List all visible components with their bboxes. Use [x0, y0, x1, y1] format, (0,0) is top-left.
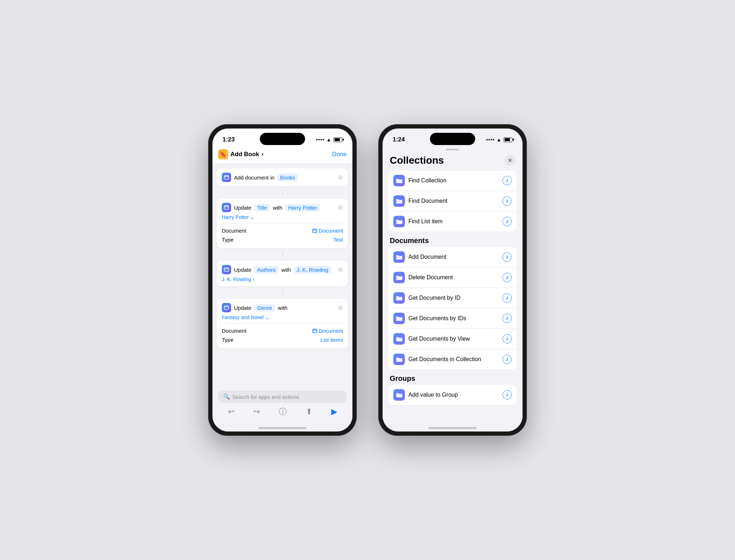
add-value-to-group-info[interactable]: i — [502, 390, 512, 400]
list-item-get-documents-by-view[interactable]: Get Documents by View i — [388, 329, 517, 349]
update-authors-close[interactable]: ⊗ — [338, 266, 343, 274]
status-icons-2: ▲ — [486, 137, 512, 143]
action-icon-update3 — [222, 303, 231, 312]
action-update-authors[interactable]: Update Authors with J. K. Rowling ⊗ J. K… — [217, 261, 348, 286]
sheet-header: Collections ✕ — [383, 152, 523, 171]
dynamic-island-2 — [430, 133, 475, 145]
home-indicator-2 — [383, 424, 523, 431]
undo-button[interactable]: ↩ — [228, 407, 234, 416]
get-docs-by-view-icon — [393, 333, 405, 345]
update-genre-close[interactable]: ⊗ — [338, 304, 343, 312]
battery-icon — [333, 137, 342, 142]
svg-rect-5 — [313, 329, 317, 333]
update-authors-verb: Update — [234, 267, 251, 273]
list-item-add-document[interactable]: Add Document i — [388, 247, 517, 267]
list-item-get-document-by-id[interactable]: Get Document by ID i — [388, 288, 517, 308]
list-item-delete-document[interactable]: Delete Document i — [388, 267, 517, 288]
phone-2: 1:24 ▲ Collections ✕ — [378, 124, 527, 436]
get-docs-by-view-info[interactable]: i — [502, 334, 512, 344]
update-authors-value[interactable]: J. K. Rowling — [294, 266, 331, 274]
find-list-item-label: Find List item — [408, 218, 443, 225]
update-authors-field[interactable]: Authors — [254, 266, 278, 274]
update-title-close[interactable]: ⊗ — [338, 204, 343, 211]
nav-title: 🔖 Add Book ▾ — [218, 149, 264, 159]
add-value-to-group-label: Add value to Group — [408, 392, 458, 398]
field-label-document-2: Document — [222, 328, 246, 334]
list-item-find-collection[interactable]: Find Collection i — [388, 171, 517, 191]
list-item-find-list-item[interactable]: Find List item i — [388, 211, 517, 232]
signal-dots-2 — [486, 139, 494, 140]
nav-chevron-icon[interactable]: ▾ — [261, 151, 264, 157]
info-button[interactable]: ⓘ — [279, 406, 287, 417]
status-time-2: 1:24 — [393, 136, 405, 143]
chevron-right-icon-1[interactable]: › — [253, 276, 254, 282]
action-icon-add — [222, 173, 231, 182]
sheet-close-button[interactable]: ✕ — [505, 155, 515, 166]
add-doc-verb: Add document in — [234, 174, 275, 181]
svg-rect-4 — [224, 306, 229, 309]
get-doc-by-id-icon — [393, 292, 405, 304]
phone-1: 1:23 ▲ 🔖 Add Book ▾ Done — [208, 124, 357, 436]
app-icon: 🔖 — [218, 149, 228, 159]
status-time-1: 1:23 — [223, 136, 235, 143]
field-value-type-2[interactable]: List items — [320, 337, 343, 343]
get-docs-by-ids-info[interactable]: i — [502, 314, 512, 323]
field-value-type-1[interactable]: Text — [333, 237, 343, 243]
update-genre-with: with — [278, 305, 287, 311]
redo-button[interactable]: ↪ — [253, 407, 260, 416]
field-value-document-2[interactable]: Document — [312, 328, 343, 334]
home-indicator-1 — [212, 424, 352, 431]
phone2-content: Collections ✕ Fin — [383, 146, 523, 431]
chevron-down-icon-2[interactable]: ⌄ — [265, 314, 270, 320]
delete-document-info[interactable]: i — [502, 273, 512, 282]
action-update-genre[interactable]: Update Genre with ⊗ Fantasy and Novel ⌄ … — [217, 299, 348, 349]
find-list-item-info[interactable]: i — [502, 217, 512, 226]
update-title-with: with — [273, 205, 282, 211]
get-docs-in-col-info[interactable]: i — [502, 355, 512, 364]
list-item-find-document[interactable]: Find Document i — [388, 191, 517, 211]
separator-1 — [217, 189, 348, 196]
get-doc-by-id-info[interactable]: i — [502, 293, 512, 303]
battery-icon-2 — [504, 137, 512, 142]
actions-list: Add document in Books ⊗ — [212, 164, 352, 388]
list-item-add-value-to-group[interactable]: Add value to Group i — [388, 385, 517, 405]
wifi-icon-2: ▲ — [496, 137, 501, 143]
separator-2 — [217, 251, 348, 258]
status-icons-1: ▲ — [316, 137, 342, 143]
update-title-field[interactable]: Title — [254, 204, 270, 211]
collections-list: Find Collection i Find Document — [383, 171, 523, 424]
update-title-value[interactable]: Harry Potter — [285, 204, 320, 211]
update-authors-with: with — [281, 267, 291, 273]
sheet-handle — [383, 146, 523, 152]
action-add-document[interactable]: Add document in Books ⊗ — [217, 168, 348, 186]
get-docs-by-view-label: Get Documents by View — [408, 336, 470, 342]
get-doc-by-id-label: Get Document by ID — [408, 295, 460, 301]
action-update-title[interactable]: Update Title with Harry Potter ⊗ Harry P… — [217, 199, 348, 248]
get-docs-in-col-icon — [393, 354, 405, 365]
play-button[interactable]: ▶ — [331, 407, 337, 416]
signal-dots — [316, 139, 324, 140]
find-collection-label: Find Collection — [408, 177, 446, 184]
svg-rect-2 — [313, 229, 317, 233]
action-icon-update2 — [222, 265, 231, 274]
add-doc-close[interactable]: ⊗ — [338, 173, 343, 181]
list-item-get-documents-in-collection[interactable]: Get Documents in Collection i — [388, 349, 517, 369]
share-button[interactable]: ⬆ — [306, 407, 312, 416]
search-icon: 🔍 — [223, 393, 230, 400]
find-document-info[interactable]: i — [502, 196, 512, 206]
done-button[interactable]: Done — [332, 151, 347, 158]
add-doc-target[interactable]: Books — [277, 174, 298, 181]
list-item-get-documents-by-ids[interactable]: Get Documents by IDs i — [388, 308, 517, 329]
search-bar[interactable]: 🔍 Search for apps and actions — [218, 391, 347, 403]
add-document-info[interactable]: i — [502, 252, 512, 262]
field-label-type-1: Type — [222, 237, 234, 243]
chevron-down-icon-1[interactable]: ⌄ — [250, 214, 254, 220]
find-collection-icon — [393, 175, 405, 186]
find-document-icon — [393, 195, 405, 207]
sheet-title: Collections — [390, 155, 444, 166]
field-value-document-1[interactable]: Document — [312, 228, 343, 234]
collection-group-groups: Add value to Group i — [388, 385, 517, 405]
find-collection-info[interactable]: i — [502, 176, 512, 185]
update-genre-field[interactable]: Genre — [254, 304, 275, 312]
svg-rect-3 — [224, 268, 229, 271]
